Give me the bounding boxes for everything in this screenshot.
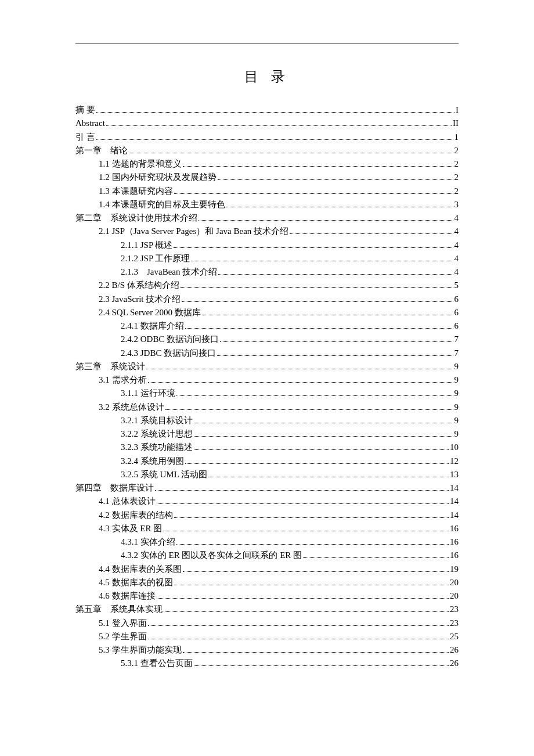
toc-entry: 1.4 本课题研究的目标及主要特色3 <box>99 198 459 211</box>
toc-entry-page: 1 <box>454 131 459 144</box>
toc-entry: 2.1.2 JSP 工作原理4 <box>121 252 459 265</box>
toc-entry-label: 第二章 系统设计使用技术介绍 <box>75 211 197 225</box>
toc-entry-label: 2.2 B/S 体系结构介绍 <box>99 279 179 292</box>
toc-entry-page: 7 <box>454 333 459 346</box>
toc-entry: 5.2 学生界面25 <box>99 630 459 643</box>
toc-leader-dots <box>217 355 453 356</box>
toc-leader-dots <box>290 233 453 234</box>
toc-leader-dots <box>96 139 453 140</box>
toc-leader-dots <box>164 611 449 612</box>
toc-leader-dots <box>208 477 449 477</box>
toc-entry-page: 4 <box>454 225 459 238</box>
toc-entry-page: 6 <box>454 306 459 319</box>
toc-entry-page: 19 <box>450 563 459 576</box>
toc-leader-dots <box>226 207 453 207</box>
toc-entry: 1.1 选题的背景和意义2 <box>99 157 459 171</box>
header-rule <box>75 44 459 44</box>
toc-entry: 3.2.5 系统 UML 活动图13 <box>121 468 459 481</box>
toc-entry-page: 9 <box>454 373 459 387</box>
toc-entry-label: 第五章 系统具体实现 <box>75 603 163 616</box>
toc-entry-page: 9 <box>454 360 459 373</box>
toc-leader-dots <box>183 652 449 653</box>
toc-entry-label: 第一章 绪论 <box>75 144 128 157</box>
toc-entry: 4.3.2 实体的 ER 图以及各实体之间联系的 ER 图16 <box>121 549 459 562</box>
toc-leader-dots <box>191 261 453 261</box>
toc-leader-dots <box>194 423 453 423</box>
toc-entry: 3.2.3 系统功能描述10 <box>121 441 459 454</box>
toc-entry-label: 第四章 数据库设计 <box>75 481 154 495</box>
toc-entry-label: 3.2.5 系统 UML 活动图 <box>121 468 207 481</box>
toc-leader-dots <box>148 639 449 639</box>
toc-entry-page: 9 <box>454 414 459 427</box>
toc-leader-dots <box>176 544 449 545</box>
toc-leader-dots <box>183 166 453 167</box>
toc-leader-dots <box>218 179 453 180</box>
toc-entry-label: 3.2 系统总体设计 <box>99 401 164 414</box>
toc-entry-label: 3.2.3 系统功能描述 <box>121 441 193 454</box>
toc-entry-label: 摘 要 <box>75 103 95 117</box>
toc-entry: AbstractII <box>75 117 459 130</box>
toc-entry-page: 16 <box>450 549 459 562</box>
toc-leader-dots <box>194 665 449 666</box>
toc-entry: 第一章 绪论2 <box>75 144 459 157</box>
toc-leader-dots <box>157 503 449 504</box>
toc-entry-label: 1.1 选题的背景和意义 <box>99 157 182 171</box>
toc-entry-page: 23 <box>450 603 459 616</box>
toc-entry-page: 23 <box>450 617 459 630</box>
toc-entry-page: 9 <box>454 387 459 400</box>
toc-entry: 3.1 需求分析9 <box>99 373 459 387</box>
toc-entry-page: 9 <box>454 427 459 441</box>
toc-entry-label: 3.1 需求分析 <box>99 373 147 387</box>
toc-entry-page: 6 <box>454 293 459 306</box>
toc-entry-page: 14 <box>450 509 459 522</box>
toc-entry: 4.3 实体及 ER 图16 <box>99 522 459 535</box>
toc-entry: 5.3.1 查看公告页面26 <box>121 657 459 670</box>
toc-entry: 1.3 本课题研究内容2 <box>99 185 459 198</box>
toc-entry: 2.1 JSP（Java Server Pages）和 Java Bean 技术… <box>99 225 459 238</box>
toc-entry-page: 6 <box>454 319 459 333</box>
toc-entry-label: 2.1 JSP（Java Server Pages）和 Java Bean 技术… <box>99 225 288 238</box>
toc-entry-label: 1.2 国内外研究现状及发展趋势 <box>99 171 217 184</box>
toc-entry: 3.2.2 系统设计思想9 <box>121 427 459 441</box>
toc-title: 目 录 <box>75 67 459 86</box>
toc-entry-label: 3.1.1 运行环境 <box>121 387 175 400</box>
toc-leader-dots <box>303 557 449 558</box>
toc-entry: 第二章 系统设计使用技术介绍4 <box>75 211 459 225</box>
toc-entry: 3.1.1 运行环境9 <box>121 387 459 400</box>
toc-entry: 第三章 系统设计9 <box>75 360 459 373</box>
toc-entry-page: 20 <box>450 576 459 589</box>
toc-entry-label: 3.2.2 系统设计思想 <box>121 427 193 441</box>
toc-leader-dots <box>148 382 453 383</box>
toc-leader-dots <box>199 220 453 221</box>
toc-leader-dots <box>174 517 449 518</box>
toc-entry-label: 5.3 学生界面功能实现 <box>99 643 182 657</box>
toc-leader-dots <box>155 490 449 491</box>
toc-entry-label: 4.6 数据库连接 <box>99 589 156 603</box>
toc-entry: 3.2 系统总体设计9 <box>99 401 459 414</box>
toc-entry-page: 13 <box>450 468 459 481</box>
toc-entry-page: 14 <box>450 481 459 495</box>
toc-entry-page: I <box>456 103 459 117</box>
toc-entry: 1.2 国内外研究现状及发展趋势2 <box>99 171 459 184</box>
toc-entry: 2.4.1 数据库介绍6 <box>121 319 459 333</box>
toc-entry-page: 26 <box>450 643 459 657</box>
toc-entry-label: Abstract <box>75 117 105 130</box>
toc-entry: 4.6 数据库连接20 <box>99 589 459 603</box>
toc-leader-dots <box>174 193 453 194</box>
toc-entry-page: 7 <box>454 347 459 360</box>
toc-leader-dots <box>106 125 452 126</box>
toc-leader-dots <box>176 395 453 396</box>
toc-entry-page: 2 <box>454 157 459 171</box>
toc-entry-page: 14 <box>450 495 459 508</box>
toc-entry-page: 3 <box>454 198 459 211</box>
toc-entry-label: 引 言 <box>75 131 95 144</box>
toc-entry-label: 4.3 实体及 ER 图 <box>99 522 162 535</box>
toc-entry-page: 12 <box>450 455 459 468</box>
toc-entry: 2.3 JavaScrit 技术介绍6 <box>99 293 459 306</box>
toc-entry-page: 20 <box>450 589 459 603</box>
toc-entry-page: 16 <box>450 535 459 549</box>
toc-leader-dots <box>194 449 449 450</box>
toc-entry: 4.5 数据库表的视图20 <box>99 576 459 589</box>
toc-entry-label: 2.4.1 数据库介绍 <box>121 319 184 333</box>
toc-entry-page: 4 <box>454 211 459 225</box>
